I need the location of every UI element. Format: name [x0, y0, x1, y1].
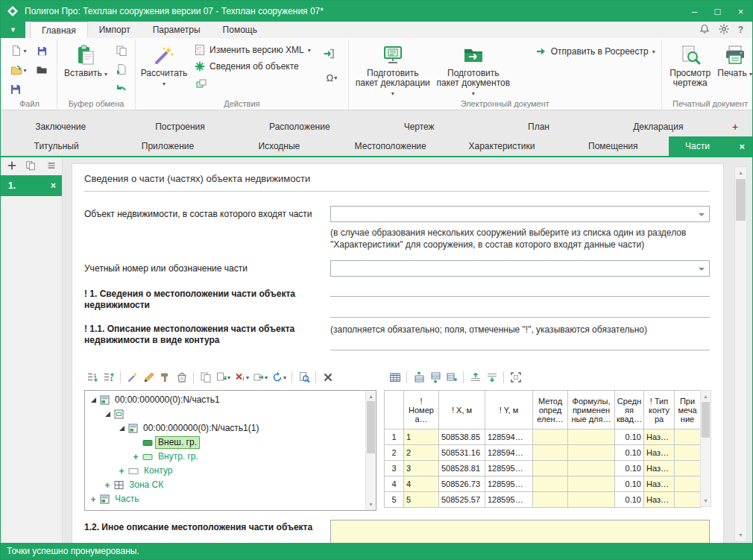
- paste-contour-button[interactable]: ▾: [214, 370, 232, 386]
- renumber-points-button[interactable]: 1: [84, 370, 100, 386]
- cell-method[interactable]: [533, 461, 568, 476]
- change-xml-version-button[interactable]: 07 Изменить версию XML ▾: [192, 42, 313, 58]
- doc-tab[interactable]: Местоположение: [335, 136, 446, 156]
- add-section-tab[interactable]: +: [718, 121, 752, 133]
- scroll-up-icon[interactable]: ▲: [735, 167, 746, 178]
- column-header-x[interactable]: ! X, м: [439, 391, 485, 430]
- cell-method[interactable]: [533, 476, 568, 492]
- doc-tab[interactable]: Характеристики: [446, 136, 557, 156]
- tree-node[interactable]: 00:00:000000(0):N/часть1: [86, 393, 364, 407]
- cell-method[interactable]: [533, 445, 568, 461]
- cell-rmse[interactable]: 0.10: [615, 445, 644, 461]
- cell-note[interactable]: [675, 492, 701, 508]
- scroll-thumb[interactable]: [702, 402, 710, 438]
- empty-field[interactable]: [330, 289, 710, 297]
- rail-menu-button[interactable]: [43, 158, 59, 174]
- cell-rmse[interactable]: 0.10: [615, 461, 644, 476]
- basket-button[interactable]: [174, 370, 189, 386]
- expander-open-icon[interactable]: [88, 397, 98, 403]
- scroll-down-icon[interactable]: ▼: [701, 495, 711, 506]
- expander-collapsed-icon[interactable]: +: [102, 480, 113, 491]
- doc-tab[interactable]: Декларация: [599, 118, 718, 136]
- new-file-button[interactable]: ▾: [6, 42, 31, 60]
- doc-tab[interactable]: Исходные: [224, 136, 335, 156]
- column-header-rownum[interactable]: [385, 391, 404, 430]
- expand-table-button[interactable]: [508, 370, 523, 386]
- cell-y[interactable]: 128594…: [485, 430, 533, 445]
- cell-method[interactable]: [533, 430, 568, 445]
- close-icon[interactable]: ×: [51, 180, 56, 191]
- expander-open-icon[interactable]: [102, 412, 113, 417]
- column-header-y[interactable]: ! Y, м: [485, 391, 533, 430]
- view-drawing-button[interactable]: Просмотр чертежа: [666, 42, 715, 89]
- tree-node[interactable]: 00:00:000000(0):N/часть1(1): [86, 421, 364, 435]
- exit-button[interactable]: [319, 45, 338, 63]
- tree-scrollbar[interactable]: ▲ ▼: [365, 391, 376, 510]
- tree-node[interactable]: Внеш. гр.: [86, 435, 364, 450]
- cell-formula[interactable]: [568, 430, 615, 445]
- table-button[interactable]: [387, 370, 403, 386]
- doc-tab[interactable]: Расположение: [240, 118, 359, 136]
- prepare-declaration-package-button[interactable]: Подготовить пакет декларации ▾: [353, 42, 433, 100]
- hammer-button[interactable]: [157, 370, 173, 386]
- page-tab-1[interactable]: 1. ×: [1, 175, 62, 196]
- insert-row-below-button[interactable]: [427, 370, 443, 386]
- cell-note[interactable]: [675, 476, 701, 492]
- column-header-formula[interactable]: Формулы, применен ные для…: [568, 391, 615, 430]
- paste-button[interactable]: Вставить ▾: [61, 42, 110, 81]
- cell-ctype[interactable]: Наз…: [644, 445, 675, 461]
- doc-tab[interactable]: Титульный: [1, 136, 112, 156]
- menu-tab[interactable]: Параметры: [142, 22, 212, 38]
- move-row-up-button[interactable]: [467, 370, 483, 386]
- cell-num[interactable]: 2: [404, 445, 439, 461]
- menu-tab[interactable]: Импорт: [88, 22, 142, 38]
- cell-formula[interactable]: [568, 445, 615, 461]
- renumber-reverse-button[interactable]: 1: [101, 370, 116, 386]
- undo-button[interactable]: [112, 79, 131, 97]
- copy-page-button[interactable]: [112, 60, 131, 78]
- delete-points-button[interactable]: ▾: [233, 370, 251, 386]
- column-header-num[interactable]: ! Номер а…: [404, 391, 439, 430]
- column-header-method[interactable]: Метод опред елен…: [533, 391, 568, 430]
- cell-y[interactable]: 128595…: [485, 461, 533, 476]
- cell-num[interactable]: 1: [404, 430, 439, 445]
- doc-tab[interactable]: Приложение: [112, 136, 223, 156]
- cell-rownum[interactable]: 3: [385, 461, 404, 476]
- help-icon[interactable]: ?: [738, 25, 743, 35]
- omega-button[interactable]: Ω ▾: [319, 69, 344, 86]
- cell-note[interactable]: [675, 445, 701, 461]
- open-file-button[interactable]: ▾: [6, 61, 31, 79]
- cell-rownum[interactable]: 4: [385, 476, 404, 492]
- menu-tab[interactable]: Главная: [30, 22, 88, 38]
- cell-rownum[interactable]: 5: [385, 492, 404, 508]
- scroll-down-icon[interactable]: ▼: [366, 499, 376, 510]
- doc-tab[interactable]: Построения: [120, 118, 239, 136]
- tree-node[interactable]: +Часть: [86, 492, 364, 506]
- object-combobox[interactable]: [330, 206, 710, 222]
- cell-x[interactable]: 508531.16: [439, 445, 485, 461]
- menu-tab[interactable]: Помощь: [212, 22, 268, 38]
- cell-method[interactable]: [533, 492, 568, 508]
- other-description-textarea[interactable]: [330, 520, 710, 543]
- tree-node[interactable]: +Внутр. гр.: [86, 450, 364, 464]
- scroll-up-icon[interactable]: ▲: [366, 391, 376, 402]
- cell-num[interactable]: 3: [404, 461, 439, 476]
- app-menu-dropdown-icon[interactable]: ▼: [1, 22, 25, 38]
- tree-node[interactable]: +Контур: [86, 464, 364, 478]
- doc-tab-active[interactable]: Части×: [669, 136, 752, 156]
- object-info-button[interactable]: Сведения об объекте: [192, 58, 313, 75]
- cell-rmse[interactable]: 0.10: [615, 476, 644, 492]
- delete-contour-button[interactable]: [320, 370, 335, 386]
- cell-rownum[interactable]: 1: [385, 430, 404, 445]
- cell-rownum[interactable]: 2: [385, 445, 404, 461]
- scroll-thumb[interactable]: [367, 401, 375, 453]
- cell-y[interactable]: 128595…: [485, 492, 533, 508]
- cell-formula[interactable]: [568, 492, 615, 508]
- cell-y[interactable]: 128594…: [485, 445, 533, 461]
- copy-button[interactable]: [112, 42, 131, 60]
- rotate-contour-button[interactable]: ▾: [270, 370, 288, 386]
- copy-section-button[interactable]: [22, 158, 38, 174]
- cell-rmse[interactable]: 0.10: [615, 430, 644, 445]
- copy-contour-button[interactable]: [198, 370, 213, 386]
- close-button[interactable]: ×: [729, 1, 752, 22]
